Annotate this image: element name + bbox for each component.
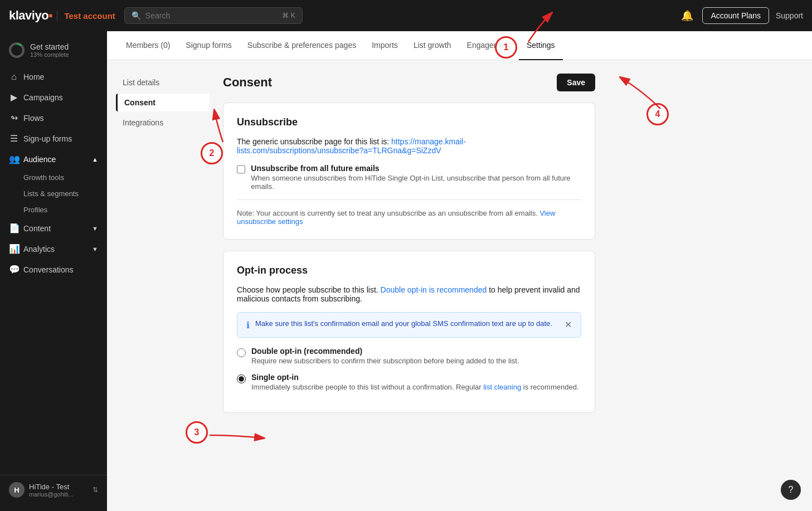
single-optin-radio[interactable] [237,374,246,383]
double-optin-text: Double opt-in (recommended) Require new … [251,347,519,365]
main: Members (0) Signup forms Subscribe & pre… [107,31,812,511]
single-optin-label[interactable]: Single opt-in [251,373,299,382]
banner-close-button[interactable]: ✕ [565,319,572,330]
left-panel-integrations[interactable]: Integrations [116,114,210,132]
info-banner: ℹ Make sure this list's confirmation ema… [237,312,581,338]
sidebar-item-label: Content [23,224,51,233]
unsubscribe-card: Unsubscribe The generic unsubscribe page… [223,103,595,240]
sidebar-item-label: Home [23,72,44,81]
home-icon: ⌂ [9,72,19,82]
save-button[interactable]: Save [557,74,595,91]
double-optin-desc: Require new subscribers to confirm their… [251,357,519,365]
topbar: klaviyo▪ Test account 🔍 ⌘ K 🔔 Account Pl… [0,0,812,31]
sidebar-item-label: Audience [23,155,56,164]
analytics-icon: 📊 [9,244,19,254]
sidebar-item-flows[interactable]: ↬ Flows [0,108,107,128]
page-title: Consent [223,75,272,90]
sidebar-footer: H HiTide - Test marius@gohiti... ⇅ [0,475,107,504]
unsubscribe-checkbox-desc: When someone unsubscribes from HiTide Si… [251,174,581,191]
search-bar[interactable]: 🔍 ⌘ K [124,7,303,24]
sidebar-item-label: Flows [23,114,44,123]
get-started-sub: 13% complete [30,51,69,58]
get-started-area[interactable]: Get started 13% complete [0,38,107,62]
get-started-label: Get started [30,42,69,51]
left-panel-list-details[interactable]: List details [116,74,210,91]
unsubscribe-all-checkbox[interactable] [237,165,245,174]
left-panel: List details Consent Integrations [107,60,218,511]
avatar: H [9,482,25,498]
layout: Get started 13% complete ⌂ Home ▶ Campai… [0,31,812,511]
sidebar-item-conversations[interactable]: 💬 Conversations [0,259,107,280]
unsubscribe-title: Unsubscribe [237,116,581,128]
banner-text: Make sure this list's confirmation email… [255,319,559,328]
account-plans-button[interactable]: Account Plans [702,7,769,24]
topbar-right: 🔔 Account Plans Support [679,7,803,24]
sidebar-item-lists-segments[interactable]: Lists & segments [23,186,107,202]
subnav: Members (0) Signup forms Subscribe & pre… [107,31,812,60]
left-panel-consent[interactable]: Consent [116,94,210,111]
sidebar-item-home[interactable]: ⌂ Home [0,67,107,87]
user-info: HiTide - Test marius@gohiti... [29,483,88,498]
list-cleaning-link[interactable]: list cleaning [483,383,521,391]
subnav-members[interactable]: Members (0) [118,31,178,60]
content-area: List details Consent Integrations Consen… [107,60,812,511]
unsubscribe-checkbox-row: Unsubscribe from all future emails When … [237,164,581,191]
optin-intro: Choose how people subscribe to this list… [237,285,581,303]
optin-title: Opt-in process [237,265,581,276]
single-optin-text: Single opt-in Immediately subscribe peop… [251,373,579,391]
subnav-list-growth[interactable]: List growth [406,31,459,60]
subnav-signup-forms[interactable]: Signup forms [178,31,239,60]
confirmation-email-link[interactable]: confirmation email [320,319,380,328]
support-button[interactable]: Support [776,11,803,20]
search-shortcut: ⌘ K [282,12,295,20]
user-name: HiTide - Test [29,483,88,491]
unsubscribe-checkbox-label[interactable]: Unsubscribe from all future emails [251,164,379,173]
double-optin-link[interactable]: Double opt-in is recommended [381,285,487,294]
subnav-settings[interactable]: Settings [519,31,563,60]
sidebar-item-label: Analytics [23,245,55,254]
user-area[interactable]: H HiTide - Test marius@gohiti... ⇅ [9,482,98,498]
sidebar-item-audience[interactable]: 👥 Audience ▲ [0,149,107,169]
page-header: Consent Save [223,74,595,91]
chevron-down-icon-analytics: ▼ [92,246,98,252]
double-optin-row: Double opt-in (recommended) Require new … [237,347,581,365]
campaigns-icon: ▶ [9,92,19,103]
double-optin-radio[interactable] [237,348,246,357]
content-icon: 📄 [9,223,19,233]
notifications-button[interactable]: 🔔 [679,7,696,24]
sidebar-item-content[interactable]: 📄 Content ▼ [0,218,107,239]
unsubscribe-checkbox-text: Unsubscribe from all future emails When … [251,164,581,191]
user-email: marius@gohiti... [29,491,88,498]
double-optin-label[interactable]: Double opt-in (recommended) [251,347,362,356]
audience-icon: 👥 [9,154,19,164]
sidebar-item-profiles[interactable]: Profiles [23,202,107,218]
unsubscribe-intro: The generic unsubscribe page for this li… [237,137,581,155]
flows-icon: ↬ [9,113,19,123]
right-content: Consent Save Unsubscribe The generic uns… [218,60,609,511]
subnav-subscribe-preferences[interactable]: Subscribe & preferences pages [240,31,364,60]
search-icon: 🔍 [132,11,141,20]
sidebar-item-growth-tools[interactable]: Growth tools [23,169,107,186]
sidebar-item-campaigns[interactable]: ▶ Campaigns [0,87,107,108]
progress-inner [11,45,22,56]
chevron-down-icon: ▼ [92,225,98,232]
account-name: Test account [57,11,115,21]
info-icon: ℹ [246,320,250,330]
subnav-imports[interactable]: Imports [364,31,406,60]
unsubscribe-note: Note: Your account is currently set to t… [237,209,581,226]
sidebar-item-analytics[interactable]: 📊 Analytics ▼ [0,239,107,259]
audience-subitems: Growth tools Lists & segments Profiles [0,169,107,218]
optin-card: Opt-in process Choose how people subscri… [223,251,595,413]
conversations-icon: 💬 [9,264,19,275]
chevron-up-icon: ▲ [92,156,98,163]
sidebar-item-signup-forms[interactable]: ☰ Sign-up forms [0,128,107,149]
subnav-engagement[interactable]: Engagement [459,31,519,60]
sms-confirmation-link[interactable]: SMS confirmation text [432,319,503,328]
sidebar-item-label: Conversations [23,265,74,274]
single-optin-row: Single opt-in Immediately subscribe peop… [237,373,581,391]
help-button[interactable]: ? [781,480,801,500]
sidebar-item-label: Sign-up forms [23,134,72,143]
progress-circle [9,42,25,58]
sidebar: Get started 13% complete ⌂ Home ▶ Campai… [0,31,107,511]
search-input[interactable] [145,11,278,20]
